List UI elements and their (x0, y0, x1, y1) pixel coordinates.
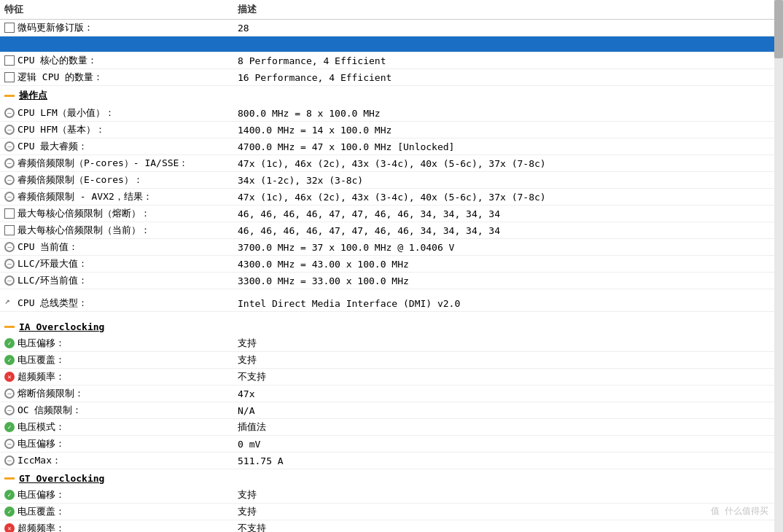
checkbox-icon (4, 23, 15, 33)
row-col1: 最大每核心倍频限制（当前）： (4, 224, 238, 237)
table-header: 特征 描述 (0, 0, 783, 20)
circle-minus-icon (4, 125, 15, 135)
row-value: 支持 (238, 488, 779, 501)
row-value: 47x (1c), 46x (2c), 43x (3-4c), 40x (5-6… (238, 192, 779, 203)
table-row: OC 信频限制：N/A (0, 402, 783, 419)
row-value: 16 Performance, 4 Efficient (238, 72, 779, 83)
row-value: 3700.0 MHz = 37 x 100.0 MHz @ 1.0406 V (238, 242, 779, 253)
row-col1: 睿频倍频限制 - AVX2，结果： (4, 190, 238, 203)
row-col1: ↑CPU 总线类型： (4, 297, 238, 310)
circle-minus-icon (4, 141, 15, 152)
row-col1: 睿频倍频限制（P-cores）- IA/SSE： (4, 157, 238, 170)
row-label: 电压覆盖： (17, 505, 65, 518)
section-title: GT Overclocking (19, 473, 104, 484)
table-row: 超频频率：不支持 (0, 520, 783, 532)
red-x-icon (4, 523, 15, 532)
table-row: 逻辑 CPU 的数量：16 Performance, 4 Efficient (0, 69, 783, 86)
table-row: 电压偏移：支持 (0, 335, 783, 352)
circle-minus-icon (4, 455, 15, 466)
row-col1: 最大每核心倍频限制（熔断）： (4, 207, 238, 220)
green-check-icon (4, 355, 15, 365)
table-row: IccMax：511.75 A (0, 453, 783, 469)
table-row: CPU LFM（最小值）：800.0 MHz = 8 x 100.0 MHz (0, 105, 783, 122)
row-label: 睿频倍频限制（P-cores）- IA/SSE： (17, 157, 188, 170)
header-col2: 描述 (238, 3, 779, 16)
table-row: LLC/环最大值：4300.0 MHz = 43.00 x 100.0 MHz (0, 256, 783, 273)
row-col1: 电压覆盖： (4, 505, 238, 518)
table-row: 电压模式：插值法 (0, 419, 783, 436)
circle-minus-icon (4, 439, 15, 449)
row-col1: 逻辑 CPU 的数量： (4, 71, 238, 84)
circle-minus-icon (4, 192, 15, 202)
row-label: 睿频倍频限制（E-cores）： (17, 173, 143, 187)
row-label: 超频频率： (17, 370, 65, 383)
green-check-icon (4, 338, 15, 348)
row-value: 0 mV (238, 439, 779, 450)
row-col1: OC 信频限制： (4, 404, 238, 417)
row-label: 电压偏移： (17, 437, 65, 450)
row-label: 最大每核心倍频限制（当前）： (17, 224, 150, 237)
row-value: Intel Direct Media Interface (DMI) v2.0 (238, 298, 779, 309)
row-value: 28 (238, 23, 779, 34)
row-label: CPU 总线类型： (17, 297, 87, 310)
spacer-row (0, 312, 783, 318)
row-label: 电压偏移： (17, 337, 65, 350)
row-value: 4700.0 MHz = 47 x 100.0 MHz [Unlocked] (238, 141, 779, 152)
table-row: 电压偏移：0 mV (0, 436, 783, 453)
row-value: 47x (1c), 46x (2c), 43x (3-4c), 40x (5-6… (238, 158, 779, 169)
row-col1: 超频频率： (4, 370, 238, 383)
row-col1: LLC/环当前值： (4, 274, 238, 287)
row-label: LLC/环当前值： (17, 274, 87, 287)
table-row: 超频频率：不支持 (0, 369, 783, 386)
green-check-icon (4, 422, 15, 432)
circle-minus-icon (4, 405, 15, 415)
row-col1: CPU 核心的数量： (4, 54, 238, 67)
circle-minus-icon (4, 175, 15, 185)
section-header-row: 操作点 (0, 86, 783, 105)
circle-minus-icon (4, 388, 15, 399)
red-x-icon (4, 372, 15, 382)
row-value: 46, 46, 46, 46, 47, 47, 46, 46, 34, 34, … (238, 225, 779, 236)
row-value: 3300.0 MHz = 33.00 x 100.0 MHz (238, 275, 779, 286)
row-label: 睿频倍频限制 - AVX2，结果： (17, 190, 152, 203)
table-row: 最大每核心倍频限制（当前）：46, 46, 46, 46, 47, 47, 46… (0, 222, 783, 239)
row-col1: CPU LFM（最小值）： (4, 106, 238, 120)
row-label: 熔断倍频限制： (17, 387, 84, 400)
table-row: 电压覆盖：支持 (0, 504, 783, 520)
section-icon (4, 95, 15, 97)
row-value: 4300.0 MHz = 43.00 x 100.0 MHz (238, 259, 779, 270)
section-header-row: GT Overclocking (0, 469, 783, 487)
table-row: 电压偏移：支持 (0, 487, 783, 504)
highlight-row (0, 36, 783, 52)
table-row: LLC/环当前值：3300.0 MHz = 33.00 x 100.0 MHz (0, 273, 783, 289)
row-col1: 电压偏移： (4, 437, 238, 450)
row-value: 支持 (238, 505, 779, 518)
row-label: CPU 核心的数量： (17, 54, 97, 67)
section-title: 操作点 (19, 89, 47, 102)
scrollbar-thumb[interactable] (774, 0, 783, 58)
table-row: 最大每核心倍频限制（熔断）：46, 46, 46, 46, 47, 47, 46… (0, 206, 783, 222)
row-label: LLC/环最大值： (17, 257, 87, 270)
row-col1: 电压偏移： (4, 337, 238, 350)
row-label: IccMax： (17, 454, 61, 467)
row-label: 最大每核心倍频限制（熔断）： (17, 207, 150, 220)
checkbox-icon (4, 208, 15, 219)
table-row: CPU 当前值：3700.0 MHz = 37 x 100.0 MHz @ 1.… (0, 239, 783, 256)
row-value: 800.0 MHz = 8 x 100.0 MHz (238, 108, 779, 119)
section-title: IA Overclocking (19, 321, 104, 332)
row-col1: CPU HFM（基本）： (4, 123, 238, 136)
scrollbar[interactable] (774, 0, 783, 532)
table-row: 睿频倍频限制（E-cores）：34x (1-2c), 32x (3-8c) (0, 172, 783, 189)
section-header-row: IA Overclocking (0, 318, 783, 335)
row-label: CPU LFM（最小值）： (17, 106, 114, 120)
row-value: 511.75 A (238, 455, 779, 466)
row-col1: 熔断倍频限制： (4, 387, 238, 400)
row-value: 34x (1-2c), 32x (3-8c) (238, 175, 779, 186)
circle-minus-icon (4, 259, 15, 269)
row-value: 插值法 (238, 420, 779, 434)
section-icon (4, 326, 15, 328)
row-value: 支持 (238, 353, 779, 367)
spacer-row (0, 289, 783, 295)
row-col1: CPU 最大睿频： (4, 140, 238, 153)
checkbox-icon (4, 225, 15, 235)
